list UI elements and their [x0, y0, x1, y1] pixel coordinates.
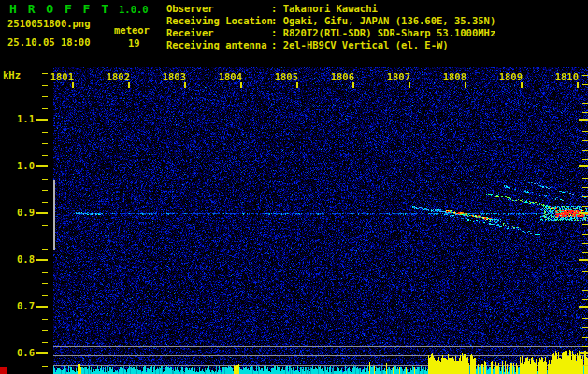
time-tick-mark	[72, 82, 74, 88]
freq-minor-tick-right	[582, 365, 588, 366]
time-tick-label: 1808	[440, 72, 466, 82]
freq-minor-tick-left	[42, 143, 48, 144]
time-tick-mark	[577, 82, 579, 88]
freq-minor-tick-right	[582, 75, 588, 76]
datetime-label: 25.10.05 18:00	[7, 37, 91, 48]
mode-label: meteor	[114, 25, 150, 36]
freq-minor-tick-left	[42, 342, 48, 343]
info-value-location: : Ogaki, Gifu, JAPAN (136.60E, 35.35N)	[271, 16, 495, 26]
freq-major-tick-right	[579, 352, 588, 354]
time-tick-label: 1810	[552, 72, 579, 82]
freq-minor-tick-right	[582, 299, 588, 300]
freq-minor-tick-right	[582, 140, 588, 141]
time-tick-label: 1803	[160, 72, 186, 82]
freq-minor-tick-right	[582, 252, 588, 253]
freq-minor-tick-left	[42, 295, 48, 296]
freq-minor-tick-left	[42, 319, 48, 320]
info-label-location: Receiving Location	[166, 16, 273, 26]
freq-minor-tick-left	[42, 179, 48, 180]
time-tick-label: 1804	[216, 72, 242, 82]
freq-minor-tick-right	[582, 290, 588, 291]
freq-minor-tick-right	[582, 224, 588, 225]
freq-minor-tick-left	[42, 155, 48, 156]
freq-minor-tick-left	[42, 108, 48, 109]
info-label-observer: Observer	[166, 4, 214, 14]
freq-minor-tick-right	[582, 84, 588, 85]
freq-minor-tick-right	[582, 112, 588, 113]
freq-major-tick-left	[36, 212, 48, 214]
freq-minor-tick-left	[42, 330, 48, 331]
freq-major-tick-right	[579, 259, 588, 261]
freq-minor-tick-right	[582, 243, 588, 244]
freq-minor-tick-right	[582, 234, 588, 235]
freq-major-tick-right	[579, 119, 588, 121]
freq-minor-tick-right	[582, 280, 588, 281]
time-tick-mark	[352, 82, 354, 88]
output-filename: 2510051800.png	[7, 19, 91, 29]
freq-major-tick-left	[36, 119, 48, 121]
freq-minor-tick-left	[42, 85, 48, 86]
status-corner-marker	[0, 367, 7, 374]
freq-major-tick-left	[36, 352, 48, 354]
time-tick-mark	[184, 82, 186, 88]
freq-minor-tick-right	[582, 271, 588, 272]
freq-minor-tick-left	[42, 283, 48, 284]
hrofft-screen: H R O F F T 1.0.0 2510051800.png meteor …	[0, 0, 588, 374]
freq-minor-tick-right	[582, 159, 588, 160]
time-tick-label: 1805	[272, 72, 298, 82]
time-tick-label: 1801	[48, 72, 74, 82]
freq-minor-tick-left	[42, 96, 48, 97]
info-value-observer: : Takanori Kawachi	[271, 4, 378, 14]
freq-minor-tick-left	[42, 132, 48, 133]
freq-minor-tick-right	[582, 178, 588, 179]
freq-minor-tick-right	[582, 346, 588, 347]
time-tick-label: 1807	[384, 72, 410, 82]
time-tick-label: 1806	[328, 72, 354, 82]
freq-minor-tick-right	[582, 337, 588, 338]
freq-minor-tick-left	[42, 237, 48, 237]
freq-minor-tick-right	[582, 103, 588, 104]
time-tick-mark	[465, 82, 466, 88]
freq-tick-label: 0.7	[3, 301, 35, 311]
freq-minor-tick-left	[42, 190, 48, 191]
freq-minor-tick-left	[42, 202, 48, 203]
app-version: 1.0.0	[119, 5, 149, 15]
freq-major-tick-left	[36, 306, 48, 308]
freq-minor-tick-right	[582, 318, 588, 319]
freq-minor-tick-right	[582, 150, 588, 151]
freq-major-tick-right	[579, 165, 588, 167]
freq-minor-tick-left	[42, 225, 48, 226]
freq-tick-label: 0.9	[3, 208, 35, 218]
freq-minor-tick-right	[582, 94, 588, 94]
freq-major-tick-left	[36, 165, 48, 167]
time-tick-mark	[521, 82, 523, 88]
freq-minor-tick-right	[582, 206, 588, 207]
freq-minor-tick-right	[582, 196, 588, 197]
echo-count: 19	[128, 38, 140, 49]
time-tick-mark	[240, 82, 242, 88]
freq-minor-tick-left	[42, 73, 48, 74]
info-label-antenna: Receiving antenna	[166, 40, 266, 50]
freq-minor-tick-right	[582, 187, 588, 188]
info-label-receiver: Receiver	[166, 28, 214, 38]
time-tick-label: 1809	[496, 72, 523, 82]
time-tick-label: 1802	[104, 72, 130, 82]
time-tick-mark	[128, 82, 130, 88]
freq-minor-tick-left	[42, 366, 48, 367]
time-tick-mark	[409, 82, 410, 88]
freq-tick-label: 1.1	[3, 114, 35, 124]
freq-tick-label: 0.8	[3, 254, 35, 265]
freq-major-tick-right	[579, 306, 588, 308]
freq-minor-tick-right	[582, 131, 588, 132]
freq-minor-tick-left	[42, 272, 48, 273]
time-tick-mark	[296, 82, 298, 88]
freq-unit-label: kHz	[3, 70, 21, 80]
freq-minor-tick-left	[42, 249, 48, 250]
freq-minor-tick-right	[582, 327, 588, 328]
spectrogram-canvas	[53, 67, 588, 374]
freq-major-tick-left	[36, 259, 48, 261]
freq-tick-label: 1.0	[3, 161, 35, 171]
info-value-antenna: : 2el-HB9CV Vertical (el. E-W)	[271, 40, 449, 50]
info-value-receiver: : R820T2(RTL-SDR) SDR-Sharp 53.1000MHz	[271, 28, 495, 38]
freq-tick-label: 0.6	[3, 348, 35, 358]
